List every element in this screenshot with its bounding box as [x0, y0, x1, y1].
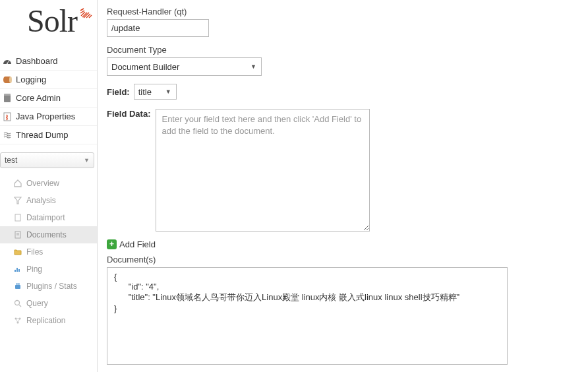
subnav-files[interactable]: Files: [0, 243, 97, 261]
document-type-select[interactable]: Document Builder: [107, 57, 262, 76]
qt-label: Request-Handler (qt): [107, 7, 579, 16]
home-icon: [13, 179, 22, 188]
svg-line-19: [19, 305, 21, 307]
svg-rect-13: [16, 268, 18, 272]
nav-label: Dashboard: [16, 56, 58, 66]
nav-thread-dump[interactable]: Thread Dump: [0, 126, 97, 144]
documents-label: Document(s): [107, 255, 579, 264]
subnav-ping[interactable]: Ping: [0, 261, 97, 278]
nav-label: Java Properties: [16, 111, 75, 121]
logo: Solr: [0, 3, 97, 51]
subnav-label: Documents: [26, 230, 67, 239]
svg-rect-6: [4, 94, 11, 96]
chart-icon: [13, 264, 22, 274]
subnav-analysis[interactable]: Analysis: [0, 192, 97, 209]
logo-text: Solr: [27, 3, 77, 38]
nav-java-properties[interactable]: Java Properties: [0, 108, 97, 126]
field-data-textarea[interactable]: [156, 109, 370, 232]
subnav-plugins[interactable]: Plugins / Stats: [0, 278, 97, 295]
svg-rect-17: [18, 283, 20, 285]
nav-logging[interactable]: Logging: [0, 71, 97, 89]
field-label: Field:: [107, 87, 130, 97]
subnav-replication[interactable]: Replication: [0, 312, 97, 329]
field-data-label: Field Data:: [107, 109, 150, 119]
svg-point-18: [15, 301, 20, 305]
core-selector-value: test: [5, 156, 17, 165]
subnav-label: Replication: [26, 316, 65, 325]
request-handler-input[interactable]: [107, 19, 209, 37]
subnav-label: Ping: [26, 264, 42, 274]
javaprops-icon: [3, 112, 12, 121]
nav-dashboard[interactable]: Dashboard: [0, 52, 97, 71]
svg-point-4: [9, 77, 12, 83]
plus-icon: +: [107, 239, 117, 249]
nav-core-admin[interactable]: Core Admin: [0, 89, 97, 108]
field-select[interactable]: title: [134, 84, 177, 100]
subnav-overview[interactable]: Overview: [0, 175, 97, 192]
add-field-label: Add Field: [119, 239, 156, 249]
subnav-label: Query: [26, 299, 48, 308]
subnav-query[interactable]: Query: [0, 295, 97, 312]
logging-icon: [3, 75, 12, 84]
svg-rect-14: [18, 269, 20, 272]
subnav-label: Dataimport: [26, 213, 65, 222]
svg-rect-8: [15, 214, 20, 221]
svg-rect-16: [16, 283, 18, 285]
svg-rect-15: [15, 285, 20, 289]
subnav-label: Files: [26, 247, 43, 257]
core-selector[interactable]: test ▼: [0, 152, 94, 168]
nav-label: Logging: [16, 75, 46, 84]
nav-label: Thread Dump: [16, 130, 68, 140]
search-icon: [13, 299, 22, 308]
subnav-label: Overview: [26, 179, 59, 188]
replication-icon: [13, 316, 22, 325]
page-icon: [13, 213, 22, 222]
coreadmin-icon: [3, 94, 12, 103]
plugin-icon: [13, 282, 22, 291]
subnav-documents[interactable]: Documents: [0, 226, 97, 243]
chevron-down-icon: ▼: [84, 157, 90, 164]
subnav-dataimport[interactable]: Dataimport: [0, 209, 97, 226]
subnav-label: Analysis: [26, 196, 56, 205]
document-type-label: Document Type: [107, 45, 579, 55]
folder-icon: [13, 247, 22, 257]
threaddump-icon: [3, 131, 12, 140]
doc-icon: [13, 230, 22, 239]
add-field-button[interactable]: + Add Field: [107, 239, 156, 249]
svg-rect-12: [15, 270, 16, 272]
subnav-label: Plugins / Stats: [26, 282, 77, 291]
funnel-icon: [13, 196, 22, 205]
svg-rect-5: [4, 95, 11, 102]
nav-label: Core Admin: [16, 93, 61, 103]
documents-textarea[interactable]: { "id": "4", "title": "Linux领域名人鸟哥带你迈入Li…: [107, 267, 508, 365]
sun-icon: [78, 0, 97, 20]
dashboard-icon: [3, 57, 12, 66]
